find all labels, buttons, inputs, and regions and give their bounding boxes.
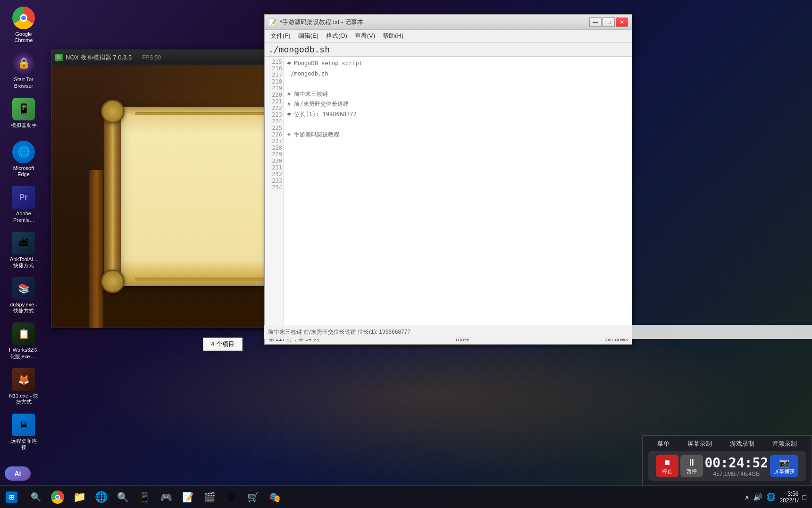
- dnspy-label: dnSpy.exe -快捷方式: [10, 302, 37, 314]
- taskbar-shop[interactable]: 🛒: [243, 487, 263, 508]
- notepad-cmd-line-display: ./mongodb.sh: [265, 42, 632, 57]
- desktop: Google Chrome 🔒 Start TorBrowser 📱 模拟器助手…: [0, 0, 812, 508]
- menu-edit[interactable]: 编辑(E): [294, 31, 322, 41]
- rec-size-value: 457.1MB / 46.4GB: [704, 471, 768, 477]
- notepad-content-area: 215216217218219 220221222223224 22522622…: [265, 57, 632, 334]
- rec-stop-label: 停止: [662, 468, 672, 475]
- taskbar-game[interactable]: 🎮: [156, 487, 176, 508]
- rec-game[interactable]: 游戏录制: [730, 440, 754, 448]
- taskbar: ⊞ 🔍 📁 🌐 🔍 📱 🎮 📝 🎬 ⚙ 🛒 🎭 ∧ 🔊 🌐: [0, 485, 812, 508]
- rec-pause-button[interactable]: ⏸ 暂停: [680, 455, 703, 477]
- chrome-center: [55, 495, 60, 500]
- scroll-roller-left: [104, 107, 121, 286]
- desktop-icon-remote[interactable]: 🖥 远程桌面连接: [5, 412, 42, 452]
- items-count: 4 个项目: [211, 340, 234, 347]
- notepad-close-btn[interactable]: ✕: [616, 17, 628, 27]
- notepad-titlebar: 📝 *手游源码架设教程.txt - 记事本 — □ ✕: [265, 15, 632, 30]
- tray-icon1[interactable]: 🔊: [753, 492, 762, 501]
- taskbar-search[interactable]: 🔍: [25, 487, 46, 508]
- ai-button[interactable]: Ai: [5, 466, 31, 481]
- desktop-icon-chrome[interactable]: Google Chrome: [5, 5, 42, 45]
- menu-view[interactable]: 查看(V): [351, 31, 379, 41]
- apktool-label: ApkToolAi...快捷方式: [10, 256, 37, 269]
- notepad-title-left: 📝 *手游源码架设教程.txt - 记事本: [268, 18, 363, 26]
- recording-controls: ■ 停止 ⏸ 暂停 00:24:52 457.1MB / 46.4GB 📷 屏幕…: [648, 451, 806, 481]
- notepad-content-lines: # MongoDB setup script ./mongodb.sh # 前中…: [287, 59, 628, 150]
- rec-screen[interactable]: 屏幕录制: [687, 440, 712, 448]
- taskbar-settings[interactable]: ⚙: [221, 487, 242, 508]
- recording-panel-header: 菜单 屏幕录制 游戏录制 音频录制: [648, 440, 806, 448]
- rec-pause-label: 暂停: [686, 468, 697, 475]
- cap-top-left: [101, 100, 125, 123]
- desktop-icon-dnspy[interactable]: 📚 dnSpy.exe -快捷方式: [5, 275, 42, 316]
- rec-capture-label: 屏幕捕获: [774, 468, 795, 475]
- desktop-icon-nox[interactable]: 📱 模拟器助手: [5, 96, 42, 130]
- cap-bottom-left: [101, 270, 125, 293]
- nox-label: 模拟器助手: [11, 122, 37, 128]
- tray-notification[interactable]: □: [803, 493, 806, 501]
- file-explorer-count: 4 个项目: [203, 338, 243, 351]
- rec-timer-value: 00:24:52: [704, 455, 768, 471]
- taskbar-icons-area: 🔍 📁 🌐 🔍 📱 🎮 📝 🎬 ⚙ 🛒 🎭: [24, 487, 739, 508]
- notepad-window: 📝 *手游源码架设教程.txt - 记事本 — □ ✕ 文件(F) 编辑(E) …: [264, 14, 632, 345]
- taskbar-notepad-task[interactable]: 📝: [177, 487, 198, 508]
- taskbar-premiere[interactable]: 🎬: [199, 487, 220, 508]
- nox-title-text: NOX 夜神模拟器 7.0.3.5: [66, 53, 132, 62]
- tor-label: Start TorBrowser: [14, 76, 33, 89]
- notepad-minimize-btn[interactable]: —: [589, 17, 602, 27]
- chrome-label: Google Chrome: [7, 31, 41, 43]
- taskbar-search2[interactable]: 🔍: [112, 487, 133, 508]
- premiere-label: AdobePremie...: [13, 211, 34, 223]
- notepad-line-numbers: 215216217218219 220221222223224 22522622…: [265, 57, 284, 334]
- menu-file[interactable]: 文件(F): [267, 31, 294, 41]
- n11-label: N11.exe - 快捷方式: [9, 393, 38, 405]
- desktop-icon-hwworks[interactable]: 📋 HWorks32汉化版.exe -...: [5, 321, 42, 361]
- notepad-title-text: *手游源码架设教程.txt - 记事本: [280, 18, 363, 26]
- taskbar-unknown[interactable]: 🎭: [264, 487, 285, 508]
- desktop-icon-apktool[interactable]: 🏙 ApkToolAi...快捷方式: [5, 230, 42, 271]
- taskbar-edge[interactable]: 🌐: [91, 487, 111, 508]
- ai-label: Ai: [15, 470, 21, 477]
- taskbar-tray: ∧ 🔊 🌐 3:56 2022/1/ □: [739, 491, 812, 504]
- desktop-icon-premiere[interactable]: Pr AdobePremie...: [5, 184, 42, 225]
- desktop-icon-tor[interactable]: 🔒 Start TorBrowser: [5, 50, 42, 91]
- notepad-bottom-overflow: 前中末三核键 前/末势旺交位长这建 位长(1): 1998668777: [264, 325, 812, 339]
- desktop-icon-n11[interactable]: 🦊 N11.exe - 快捷方式: [5, 366, 42, 407]
- taskbar-explorer[interactable]: 📁: [69, 487, 90, 508]
- current-date: 2022/1/: [779, 497, 798, 504]
- notepad-text-area[interactable]: # MongoDB setup script ./mongodb.sh # 前中…: [284, 57, 632, 334]
- tray-icon2[interactable]: 🌐: [766, 492, 776, 501]
- nox-title-left: N NOX 夜神模拟器 7.0.3.5 FPS:59: [55, 53, 161, 62]
- remote-label: 远程桌面连接: [11, 438, 37, 450]
- taskbar-chrome-icon: [51, 491, 64, 504]
- time-display[interactable]: 3:56 2022/1/: [779, 491, 798, 504]
- windows-logo: ⊞: [6, 491, 17, 503]
- desktop-icon-edge[interactable]: 🌐 MicrosoftEdge: [5, 139, 42, 179]
- rec-stop-button[interactable]: ■ 停止: [656, 455, 678, 477]
- taskbar-chrome[interactable]: [47, 487, 68, 508]
- notepad-menu-bar: 文件(F) 编辑(E) 格式(O) 查看(V) 帮助(H): [265, 30, 632, 42]
- rec-capture-button[interactable]: 📷 屏幕捕获: [770, 455, 798, 477]
- rec-audio[interactable]: 音频录制: [772, 440, 797, 448]
- nox-fps: FPS:59: [142, 54, 161, 61]
- bottom-text-content: 前中末三核键 前/末势旺交位长这建 位长(1): 1998668777: [268, 328, 410, 336]
- recording-panel: 菜单 屏幕录制 游戏录制 音频录制 ■ 停止 ⏸ 暂停 00:24:52 457…: [642, 435, 812, 485]
- desktop-icons-col1: Google Chrome 🔒 Start TorBrowser 📱 模拟器助手…: [0, 0, 47, 457]
- menu-help[interactable]: 帮助(H): [379, 31, 407, 41]
- current-time: 3:56: [787, 491, 798, 497]
- taskbar-nox[interactable]: 📱: [134, 487, 155, 508]
- edge-label: MicrosoftEdge: [13, 165, 34, 178]
- notepad-win-controls: — □ ✕: [589, 17, 628, 27]
- tray-chevron[interactable]: ∧: [745, 493, 749, 501]
- hwworks-label: HWorks32汉化版.exe -...: [9, 347, 38, 359]
- taskbar-start-button[interactable]: ⊞: [0, 486, 24, 508]
- rec-timer-display: 00:24:52 457.1MB / 46.4GB: [704, 455, 768, 477]
- rec-menu[interactable]: 菜单: [657, 440, 670, 448]
- menu-format[interactable]: 格式(O): [322, 31, 351, 41]
- notepad-icon: 📝: [268, 18, 276, 26]
- notepad-maximize-btn[interactable]: □: [603, 17, 615, 27]
